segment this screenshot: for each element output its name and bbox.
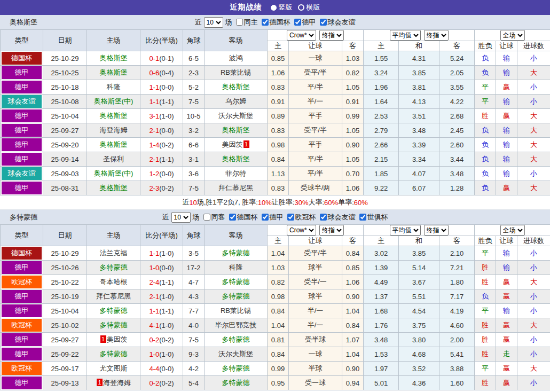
avg-draw: 3.80 xyxy=(399,333,439,347)
avg-source-select[interactable]: 平均值 xyxy=(390,225,421,236)
avg-stage-select[interactable]: 终指 xyxy=(424,225,449,236)
recent-count-select[interactable]: 10 xyxy=(204,17,223,28)
away-team-name[interactable]: 毕尔巴鄂竞技 xyxy=(215,321,257,329)
competition-filter-checkbox[interactable] xyxy=(294,19,301,26)
league-type-cell: 德甲 xyxy=(1,181,43,195)
home-team-name[interactable]: 奥格斯堡(中) xyxy=(94,97,133,105)
competition-filter-0[interactable]: 德国杯 xyxy=(262,18,290,27)
odds-home: 0.84 xyxy=(268,304,289,318)
away-team-name[interactable]: 乌尔姆 xyxy=(225,97,246,105)
competition-filter-2[interactable]: 欧冠杯 xyxy=(287,213,316,222)
home-team-name[interactable]: 海登海姆 xyxy=(103,379,131,387)
halftime-score: (0-0) xyxy=(159,365,174,373)
home-team-name[interactable]: 多特蒙德 xyxy=(100,350,128,358)
competition-filter-1[interactable]: 德甲 xyxy=(294,18,316,27)
odds-stage-select[interactable]: 终指 xyxy=(319,30,344,41)
away-team-name[interactable]: RB莱比锡 xyxy=(221,307,251,315)
home-team-name[interactable]: 美因茨 xyxy=(107,335,128,343)
result-handicap: 输 xyxy=(496,246,517,261)
home-team-name[interactable]: 多特蒙德 xyxy=(100,307,128,315)
same-venue-checkbox[interactable] xyxy=(236,19,243,26)
competition-filter-2[interactable]: 球会友谊 xyxy=(320,18,356,27)
sub-column-header: 让球 xyxy=(496,236,517,246)
away-team-cell: RB莱比锡 xyxy=(205,304,268,318)
away-team-name[interactable]: 拜仁慕尼黑 xyxy=(218,184,253,192)
avg-home: 2.53 xyxy=(364,109,399,123)
away-team-name[interactable]: 菲尔特 xyxy=(225,169,246,177)
odds-stage-select[interactable]: 终指 xyxy=(319,225,344,236)
away-team-name[interactable]: 奥格斯堡 xyxy=(222,83,250,91)
home-team-name[interactable]: 奥格斯堡 xyxy=(100,112,128,120)
halftime-score: (0-2) xyxy=(159,184,174,192)
odds-source-select[interactable]: Crow* xyxy=(287,225,316,236)
home-team-name[interactable]: 圣保利 xyxy=(103,155,124,163)
away-team-name[interactable]: 沃尔夫斯堡 xyxy=(218,112,253,120)
away-team-name[interactable]: RB莱比锡 xyxy=(221,68,251,76)
league-type: 德甲 xyxy=(2,348,42,360)
competition-filter-1[interactable]: 德甲 xyxy=(262,213,284,222)
competition-filter-checkbox[interactable] xyxy=(229,214,236,221)
home-team-name[interactable]: 科隆 xyxy=(107,83,121,91)
scope-select[interactable]: 全场 xyxy=(500,30,525,41)
league-type: 欧冠杯 xyxy=(2,319,42,332)
home-team-name[interactable]: 奥格斯堡 xyxy=(100,140,128,148)
competition-filter-4[interactable]: 世俱杯 xyxy=(359,213,388,222)
away-team-name[interactable]: 沃尔夫斯堡 xyxy=(218,350,253,358)
result-outcome: 负 xyxy=(475,289,496,304)
odds-source-select[interactable]: Crow* xyxy=(287,30,316,41)
away-team-name[interactable]: 奥格斯堡 xyxy=(222,126,250,134)
result-outcome: 负 xyxy=(475,66,496,80)
away-team-name[interactable]: 多特蒙德 xyxy=(222,249,250,257)
home-team-name[interactable]: 哥本哈根 xyxy=(100,278,128,286)
home-team-name[interactable]: 奥格斯堡 xyxy=(100,184,128,192)
away-team-name[interactable]: 美因茨 xyxy=(222,140,243,148)
home-team-name[interactable]: 奥格斯堡(中) xyxy=(94,169,133,177)
competition-filter-checkbox[interactable] xyxy=(320,19,327,26)
radio-vertical-option[interactable]: 竖版 xyxy=(271,3,293,12)
away-team-name[interactable]: 多特蒙德 xyxy=(222,292,250,300)
odds-home: 0.98 xyxy=(268,289,289,304)
competition-filter-3[interactable]: 球会友谊 xyxy=(320,213,356,222)
away-team-name[interactable]: 多特蒙德 xyxy=(222,335,250,343)
match-row: 德甲25-08-31奥格斯堡2-3(0-2)7-5拜仁慕尼黑0.83受球半/两1… xyxy=(1,181,550,195)
away-team-name[interactable]: 波鸿 xyxy=(229,54,243,62)
league-type-cell: 德国杯 xyxy=(1,246,43,261)
match-row: 德甲25-10-04奥格斯堡3-1(1-0)10-5沃尔夫斯堡0.89平手0.9… xyxy=(1,109,550,123)
home-team-name[interactable]: 尤文图斯 xyxy=(100,364,128,372)
competition-filter-0[interactable]: 德国杯 xyxy=(229,213,258,222)
same-venue-checkbox[interactable] xyxy=(203,214,210,221)
home-team-name[interactable]: 海登海姆 xyxy=(100,126,128,134)
league-type-cell: 德甲 xyxy=(1,66,43,80)
same-venue-option[interactable]: 同客 xyxy=(203,213,225,222)
away-team-name[interactable]: 科隆 xyxy=(229,263,243,271)
avg-home: 1.37 xyxy=(364,289,399,304)
home-team-name[interactable]: 多特蒙德 xyxy=(100,321,128,329)
match-row: 欧冠杯25-10-22哥本哈根2-4(1-1)4-7多特蒙德0.82受半/一1.… xyxy=(1,275,550,289)
corner-count: 7-5 xyxy=(183,181,205,195)
home-team-name[interactable]: 奥格斯堡 xyxy=(100,68,128,76)
competition-filter-checkbox[interactable] xyxy=(359,214,366,221)
avg-stage-select[interactable]: 终指 xyxy=(424,30,449,41)
sub-column-header: 主 xyxy=(364,41,399,51)
away-team-name[interactable]: 多特蒙德 xyxy=(222,379,250,387)
away-team-name[interactable]: 奥格斯堡 xyxy=(222,155,250,163)
competition-filter-checkbox[interactable] xyxy=(262,214,269,221)
corner-count: 3-2 xyxy=(183,123,205,138)
avg-source-select[interactable]: 平均值 xyxy=(390,30,421,41)
recent-count-select[interactable]: 10 xyxy=(171,212,191,223)
home-team-cell: 哥本哈根 xyxy=(87,275,140,289)
competition-filter-checkbox[interactable] xyxy=(320,214,327,221)
scope-select[interactable]: 全场 xyxy=(500,225,525,236)
avg-draw: 3.85 xyxy=(399,66,439,80)
home-team-name[interactable]: 拜仁慕尼黑 xyxy=(96,292,131,300)
avg-away: 3.55 xyxy=(439,80,475,95)
home-team-name[interactable]: 法兰克福 xyxy=(100,249,128,257)
same-venue-option[interactable]: 同主 xyxy=(236,18,258,27)
radio-horizontal-option[interactable]: 横版 xyxy=(298,3,320,12)
competition-filter-checkbox[interactable] xyxy=(287,214,294,221)
home-team-name[interactable]: 奥格斯堡 xyxy=(100,54,128,62)
away-team-name[interactable]: 多特蒙德 xyxy=(222,364,250,372)
away-team-name[interactable]: 多特蒙德 xyxy=(222,278,250,286)
competition-filter-checkbox[interactable] xyxy=(262,19,269,26)
home-team-name[interactable]: 多特蒙德 xyxy=(100,263,128,271)
